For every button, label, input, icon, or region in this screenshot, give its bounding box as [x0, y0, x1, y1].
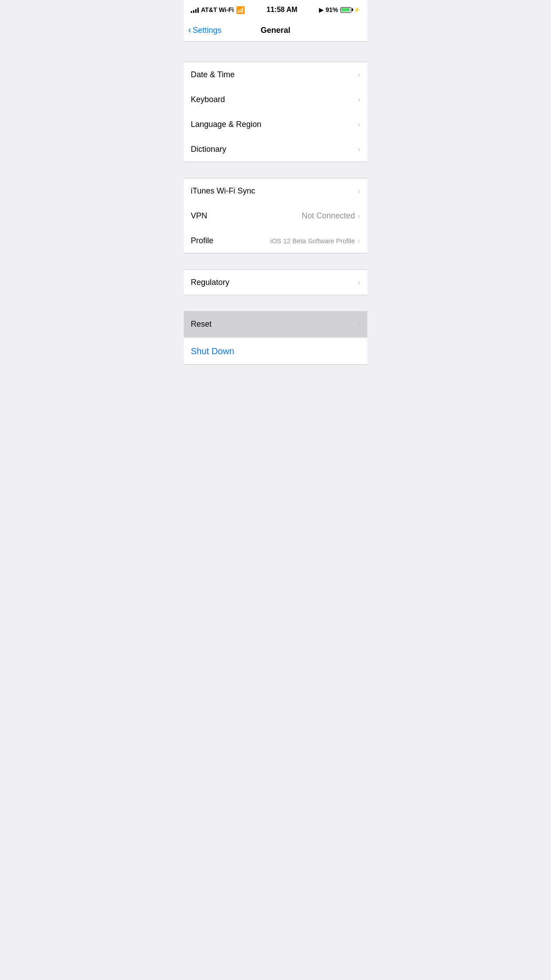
wifi-icon: 📶 [236, 6, 245, 14]
reset-chevron: › [358, 320, 360, 329]
date-time-row[interactable]: Date & Time › [184, 62, 367, 87]
regulatory-right: › [358, 278, 360, 287]
itunes-wifi-sync-right: › [358, 186, 360, 196]
vpn-row[interactable]: VPN Not Connected › [184, 203, 367, 228]
signal-bar-3 [195, 9, 197, 13]
regulatory-row[interactable]: Regulatory › [184, 270, 367, 295]
keyboard-label: Keyboard [191, 95, 225, 104]
dictionary-row[interactable]: Dictionary › [184, 137, 367, 162]
profile-value: iOS 12 Beta Software Profile [270, 237, 355, 245]
settings-group-3: Regulatory › [184, 269, 367, 295]
status-right: ▶ 91% ⚡ [319, 6, 360, 13]
itunes-wifi-sync-chevron: › [358, 186, 360, 196]
battery-fill [341, 8, 349, 12]
regulatory-label: Regulatory [191, 278, 229, 287]
regulatory-chevron: › [358, 278, 360, 287]
language-region-label: Language & Region [191, 120, 261, 129]
settings-group-2: iTunes Wi-Fi Sync › VPN Not Connected › … [184, 178, 367, 253]
itunes-wifi-sync-row[interactable]: iTunes Wi-Fi Sync › [184, 178, 367, 203]
bottom-padding [184, 365, 367, 391]
language-region-right: › [358, 120, 360, 129]
date-time-label: Date & Time [191, 70, 235, 79]
nav-bar: ‹ Settings General [184, 20, 367, 42]
status-bar: AT&T Wi-Fi 📶 11:58 AM ▶ 91% ⚡ [184, 0, 367, 20]
status-time: 11:58 AM [267, 6, 298, 14]
keyboard-row[interactable]: Keyboard › [184, 87, 367, 112]
back-chevron-icon: ‹ [188, 25, 191, 35]
location-icon: ▶ [319, 7, 323, 13]
battery-icon [340, 7, 351, 13]
keyboard-right: › [358, 95, 360, 104]
back-label: Settings [193, 26, 221, 35]
vpn-chevron: › [358, 211, 360, 221]
section-divider-2 [184, 162, 367, 178]
profile-label: Profile [191, 236, 213, 245]
reset-right: › [358, 320, 360, 329]
battery-percentage: 91% [326, 6, 338, 13]
vpn-right: Not Connected › [302, 211, 360, 221]
page-title: General [260, 26, 290, 35]
shut-down-label: Shut Down [191, 346, 234, 356]
settings-group-4: Reset › [184, 311, 367, 337]
back-button[interactable]: ‹ Settings [188, 26, 221, 35]
shut-down-section: Shut Down [184, 337, 367, 365]
profile-right: iOS 12 Beta Software Profile › [270, 236, 360, 245]
dictionary-chevron: › [358, 145, 360, 154]
reset-row[interactable]: Reset › [184, 312, 367, 336]
carrier-label: AT&T Wi-Fi [201, 6, 234, 13]
settings-group-1: Date & Time › Keyboard › Language & Regi… [184, 62, 367, 162]
battery-container [340, 7, 351, 13]
vpn-value: Not Connected [302, 211, 355, 221]
section-divider-4 [184, 295, 367, 311]
reset-label: Reset [191, 320, 212, 329]
language-region-chevron: › [358, 120, 360, 129]
keyboard-chevron: › [358, 95, 360, 104]
status-left: AT&T Wi-Fi 📶 [191, 6, 245, 14]
signal-bar-4 [197, 8, 199, 13]
signal-bar-1 [191, 11, 192, 13]
section-divider-top [184, 42, 367, 62]
dictionary-right: › [358, 145, 360, 154]
language-region-row[interactable]: Language & Region › [184, 112, 367, 137]
itunes-wifi-sync-label: iTunes Wi-Fi Sync [191, 186, 255, 196]
signal-bars [191, 7, 199, 13]
signal-bar-2 [193, 10, 194, 13]
date-time-chevron: › [358, 70, 360, 79]
section-divider-3 [184, 253, 367, 269]
date-time-right: › [358, 70, 360, 79]
charging-icon: ⚡ [354, 7, 360, 13]
vpn-label: VPN [191, 211, 207, 221]
shut-down-row[interactable]: Shut Down [184, 338, 367, 364]
profile-chevron: › [358, 236, 360, 245]
profile-row[interactable]: Profile iOS 12 Beta Software Profile › [184, 228, 367, 253]
dictionary-label: Dictionary [191, 145, 226, 154]
